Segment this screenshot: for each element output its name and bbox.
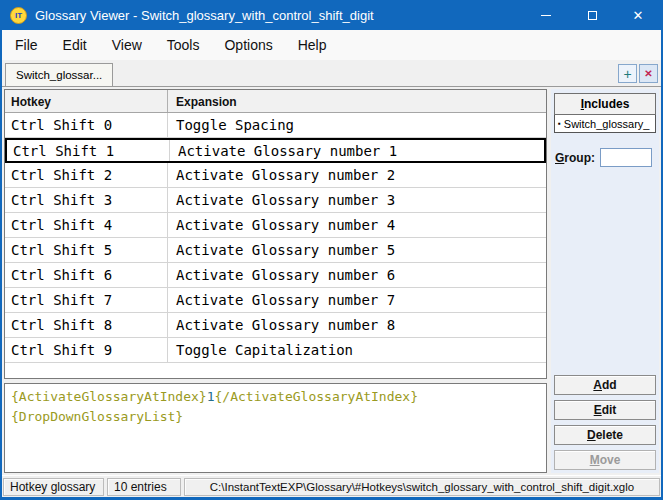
tab-bar: Switch_glossar... + ✕	[2, 60, 661, 87]
move-button: Move	[554, 450, 656, 470]
hotkey-cell: Ctrl Shift 7	[5, 288, 168, 312]
maximize-icon	[588, 11, 597, 20]
code-open-tag: {ActivateGlossaryAtIndex}	[11, 389, 207, 404]
hotkey-cell: Ctrl Shift 2	[5, 163, 168, 187]
tab-switch-glossary[interactable]: Switch_glossar...	[5, 63, 113, 86]
window-controls: ✕	[523, 0, 661, 30]
expansion-cell: Activate Glossary number 4	[168, 213, 546, 237]
add-button[interactable]: Add	[554, 375, 656, 395]
bullet-icon: ▪	[558, 119, 561, 128]
column-header-expansion[interactable]: Expansion	[168, 90, 546, 112]
code-command: {DropDownGlossaryList}	[11, 409, 183, 424]
table-row[interactable]: Ctrl Shift 0Toggle Spacing	[5, 113, 546, 138]
expansion-cell: Activate Glossary number 3	[168, 188, 546, 212]
hotkey-cell: Ctrl Shift 0	[5, 113, 168, 137]
expansion-cell: Toggle Capitalization	[168, 338, 546, 362]
editor-line-2: {DropDownGlossaryList}	[11, 407, 540, 427]
menu-bar: FileEditViewToolsOptionsHelp	[2, 30, 661, 60]
includes-list-item[interactable]: ▪ Switch_glossary_	[554, 115, 656, 133]
table-header: Hotkey Expansion	[5, 90, 546, 113]
hotkey-cell: Ctrl Shift 3	[5, 188, 168, 212]
table-row[interactable]: Ctrl Shift 1Activate Glossary number 1	[5, 138, 546, 163]
expansion-cell: Activate Glossary number 8	[168, 313, 546, 337]
hotkey-cell: Ctrl Shift 5	[5, 238, 168, 262]
status-entry-count: 10 entries	[107, 478, 181, 496]
status-bar: Hotkey glossary 10 entries C:\InstantTex…	[2, 475, 661, 497]
menu-item-help[interactable]: Help	[286, 30, 339, 60]
table-row[interactable]: Ctrl Shift 7Activate Glossary number 7	[5, 288, 546, 313]
close-tab-button[interactable]: ✕	[639, 64, 658, 83]
app-window: IT Glossary Viewer - Switch_glossary_wit…	[0, 0, 663, 500]
includes-item-label: Switch_glossary_	[564, 118, 650, 130]
table-row[interactable]: Ctrl Shift 3Activate Glossary number 3	[5, 188, 546, 213]
minimize-button[interactable]	[523, 0, 569, 30]
app-icon-text: IT	[15, 11, 22, 20]
hotkey-cell: Ctrl Shift 8	[5, 313, 168, 337]
tab-label: Switch_glossar...	[16, 69, 102, 81]
minimize-icon	[541, 15, 551, 16]
table-row[interactable]: Ctrl Shift 8Activate Glossary number 8	[5, 313, 546, 338]
group-rest: roup:	[564, 151, 595, 165]
expansion-cell: Activate Glossary number 2	[168, 163, 546, 187]
hotkey-cell: Ctrl Shift 9	[5, 338, 168, 362]
add-tab-button[interactable]: +	[618, 64, 637, 83]
expansion-cell: Activate Glossary number 7	[168, 288, 546, 312]
expansion-cell: Toggle Spacing	[168, 113, 546, 137]
maximize-button[interactable]	[569, 0, 615, 30]
hotkey-cell: Ctrl Shift 1	[7, 140, 170, 161]
expansion-cell: Activate Glossary number 5	[168, 238, 546, 262]
title-bar: IT Glossary Viewer - Switch_glossary_wit…	[2, 0, 661, 30]
expansion-cell: Activate Glossary number 1	[170, 140, 544, 161]
edit-button[interactable]: Edit	[554, 400, 656, 420]
table-body: Ctrl Shift 0Toggle SpacingCtrl Shift 1Ac…	[5, 113, 546, 378]
table-row[interactable]: Ctrl Shift 6Activate Glossary number 6	[5, 263, 546, 288]
column-header-hotkey[interactable]: Hotkey	[5, 90, 168, 112]
group-input[interactable]	[600, 148, 652, 167]
includes-button[interactable]: Includes	[554, 93, 656, 115]
table-row[interactable]: Ctrl Shift 5Activate Glossary number 5	[5, 238, 546, 263]
group-row: Group:	[555, 148, 656, 167]
code-value: 1	[207, 389, 215, 404]
left-column: Hotkey Expansion Ctrl Shift 0Toggle Spac…	[4, 89, 547, 473]
editor-line-1: {ActivateGlossaryAtIndex}1{/ActivateGlos…	[11, 387, 540, 407]
table-row[interactable]: Ctrl Shift 2Activate Glossary number 2	[5, 163, 546, 188]
window-title: Glossary Viewer - Switch_glossary_with_c…	[35, 8, 523, 23]
plus-icon: +	[623, 67, 631, 81]
menu-item-edit[interactable]: Edit	[51, 30, 99, 60]
close-icon: ✕	[633, 9, 644, 22]
hotkey-cell: Ctrl Shift 4	[5, 213, 168, 237]
side-buttons: AddEditDeleteMove	[553, 375, 657, 472]
tab-close-icon: ✕	[644, 69, 652, 79]
status-file-path: C:\InstantTextEXP\Glossary\#Hotkeys\swit…	[184, 478, 660, 496]
group-accel: G	[555, 151, 564, 165]
code-close-tag: {/ActivateGlossaryAtIndex}	[215, 389, 419, 404]
table-row[interactable]: Ctrl Shift 4Activate Glossary number 4	[5, 213, 546, 238]
close-button[interactable]: ✕	[615, 0, 661, 30]
menu-item-tools[interactable]: Tools	[155, 30, 212, 60]
content-area: Hotkey Expansion Ctrl Shift 0Toggle Spac…	[2, 87, 661, 475]
group-label: Group:	[555, 151, 595, 165]
menu-item-file[interactable]: File	[3, 30, 50, 60]
status-glossary-type: Hotkey glossary	[3, 478, 104, 496]
delete-button[interactable]: Delete	[554, 425, 656, 445]
command-editor[interactable]: {ActivateGlossaryAtIndex}1{/ActivateGlos…	[4, 383, 547, 473]
side-spacer	[553, 167, 657, 375]
hotkey-cell: Ctrl Shift 6	[5, 263, 168, 287]
app-icon: IT	[10, 7, 27, 24]
table-row[interactable]: Ctrl Shift 9Toggle Capitalization	[5, 338, 546, 363]
hotkey-table: Hotkey Expansion Ctrl Shift 0Toggle Spac…	[4, 89, 547, 379]
menu-item-options[interactable]: Options	[212, 30, 284, 60]
includes-rest: ncludes	[584, 97, 629, 111]
menu-item-view[interactable]: View	[100, 30, 154, 60]
expansion-cell: Activate Glossary number 6	[168, 263, 546, 287]
side-panel: Includes ▪ Switch_glossary_ Group: AddEd…	[551, 89, 659, 473]
